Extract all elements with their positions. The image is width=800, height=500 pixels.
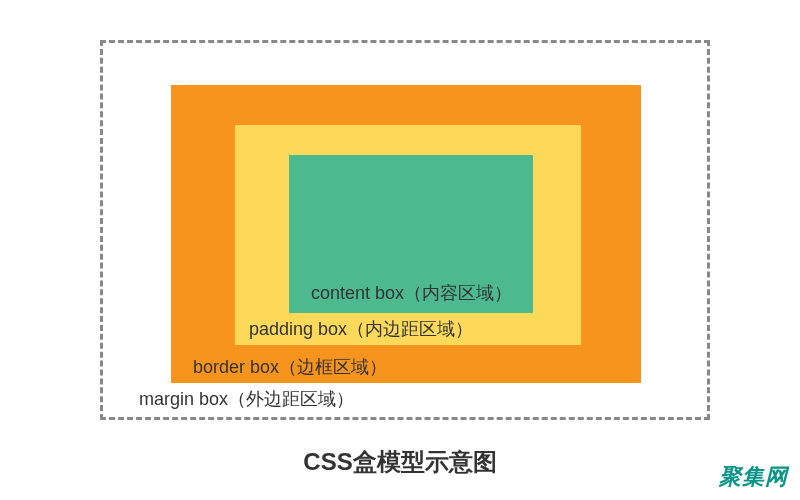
diagram-title: CSS盒模型示意图	[0, 446, 800, 478]
border-box: content box（内容区域） padding box（内边距区域） bor…	[171, 85, 641, 383]
padding-box: content box（内容区域） padding box（内边距区域）	[235, 125, 581, 345]
watermark: 聚集网	[719, 462, 788, 492]
border-box-label: border box（边框区域）	[193, 355, 387, 379]
margin-box-label: margin box（外边距区域）	[139, 387, 354, 411]
content-box-label: content box（内容区域）	[311, 281, 512, 305]
margin-box: content box（内容区域） padding box（内边距区域） bor…	[100, 40, 710, 420]
content-box: content box（内容区域）	[289, 155, 533, 313]
padding-box-label: padding box（内边距区域）	[249, 317, 473, 341]
